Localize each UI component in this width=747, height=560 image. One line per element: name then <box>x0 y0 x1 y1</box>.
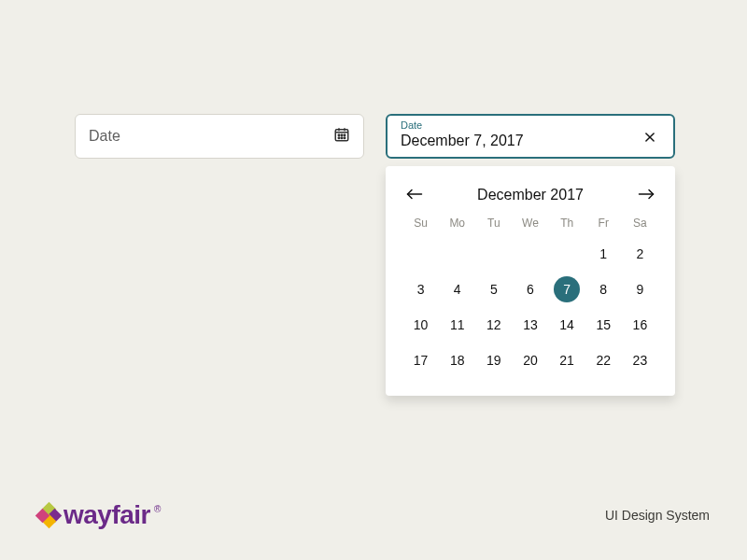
arrow-right-icon <box>638 188 655 203</box>
calendar-cell: 1 <box>585 241 622 267</box>
day-of-week-label: We <box>512 217 548 231</box>
calendar-day[interactable]: 17 <box>408 347 434 373</box>
date-input-closed[interactable]: Date <box>75 114 364 159</box>
day-of-week-label: Fr <box>585 217 622 231</box>
calendar-day[interactable]: 4 <box>444 276 471 302</box>
calendar-cell: 23 <box>622 347 658 373</box>
stage: Date Date December 7, 2017 <box>0 0 747 560</box>
calendar-day[interactable]: 2 <box>627 241 653 267</box>
calendar-day[interactable]: 9 <box>627 276 653 302</box>
calendar-cell-empty <box>402 241 439 267</box>
calendar-day[interactable]: 12 <box>481 312 507 338</box>
calendar-cell: 15 <box>585 312 622 338</box>
calendar-day[interactable]: 6 <box>517 276 543 302</box>
calendar-cell: 3 <box>402 276 439 302</box>
calendar-day[interactable]: 1 <box>590 241 616 267</box>
day-of-week-label: Mo <box>439 217 475 231</box>
calendar-icon <box>333 126 350 147</box>
calendar-cell: 11 <box>439 312 475 338</box>
prev-month-button[interactable] <box>402 183 427 207</box>
svg-point-7 <box>338 137 340 139</box>
clear-button[interactable] <box>640 128 660 148</box>
calendar-day[interactable]: 19 <box>481 347 507 373</box>
date-input-open[interactable]: Date December 7, 2017 <box>386 114 675 159</box>
calendar-cell: 4 <box>439 276 475 302</box>
month-title: December 2017 <box>477 187 584 203</box>
next-month-button[interactable] <box>634 183 658 207</box>
calendar-day[interactable]: 23 <box>627 347 653 373</box>
calendar-grid: SuMoTuWeThFrSa12345678910111213141516171… <box>402 217 658 373</box>
calendar-day[interactable]: 8 <box>590 276 616 302</box>
calendar-cell: 2 <box>622 241 658 267</box>
calendar-cell-empty <box>512 241 548 267</box>
calendar-cell: 17 <box>402 347 439 373</box>
arrow-left-icon <box>406 188 423 203</box>
svg-point-4 <box>338 134 340 136</box>
day-of-week-label: Su <box>402 217 439 231</box>
calendar-cell: 7 <box>549 276 585 302</box>
svg-point-8 <box>341 137 343 139</box>
day-of-week-label: Tu <box>475 217 512 231</box>
calendar-cell: 8 <box>585 276 622 302</box>
date-value: December 7, 2017 <box>401 132 524 150</box>
calendar-cell-empty <box>439 241 475 267</box>
svg-point-9 <box>344 137 345 139</box>
calendar-popover: December 2017 SuMoTuWeThFrSa123456789101… <box>386 166 675 396</box>
calendar-cell-empty <box>475 241 512 267</box>
calendar-day[interactable]: 13 <box>517 312 543 338</box>
close-icon <box>643 131 656 147</box>
calendar-cell: 10 <box>402 312 439 338</box>
calendar-cell: 13 <box>512 312 548 338</box>
calendar-cell: 21 <box>549 347 585 373</box>
svg-point-6 <box>344 134 345 136</box>
calendar-cell: 9 <box>622 276 658 302</box>
calendar-cell: 22 <box>585 347 622 373</box>
calendar-day[interactable]: 10 <box>408 312 434 338</box>
calendar-day[interactable]: 18 <box>444 347 471 373</box>
svg-point-5 <box>341 134 343 136</box>
calendar-day[interactable]: 7 <box>554 276 580 302</box>
calendar-cell: 19 <box>475 347 512 373</box>
brand-registered: ® <box>154 504 161 514</box>
calendar-cell: 16 <box>622 312 658 338</box>
day-of-week-label: Th <box>549 217 585 231</box>
brand-logo: wayfair ® <box>37 500 161 530</box>
tagline: UI Design System <box>605 508 710 523</box>
calendar-day[interactable]: 14 <box>554 312 580 338</box>
calendar-day[interactable]: 15 <box>590 312 616 338</box>
calendar-day[interactable]: 11 <box>444 312 471 338</box>
calendar-day[interactable]: 21 <box>554 347 580 373</box>
date-input-open-text: Date December 7, 2017 <box>401 119 524 150</box>
calendar-cell: 18 <box>439 347 475 373</box>
calendar-day[interactable]: 16 <box>627 312 653 338</box>
calendar-day[interactable]: 3 <box>408 276 434 302</box>
calendar-cell: 5 <box>475 276 512 302</box>
calendar-day[interactable]: 22 <box>590 347 616 373</box>
date-float-label: Date <box>401 119 524 131</box>
date-placeholder: Date <box>89 128 120 145</box>
calendar-day[interactable]: 20 <box>517 347 543 373</box>
calendar-cell-empty <box>549 241 585 267</box>
brand-name: wayfair <box>63 500 150 530</box>
calendar-cell: 14 <box>549 312 585 338</box>
brand-mark-icon <box>37 504 60 526</box>
calendar-day[interactable]: 5 <box>481 276 507 302</box>
day-of-week-label: Sa <box>622 217 658 231</box>
calendar-cell: 6 <box>512 276 548 302</box>
calendar-cell: 12 <box>475 312 512 338</box>
calendar-header: December 2017 <box>402 183 658 207</box>
calendar-cell: 20 <box>512 347 548 373</box>
